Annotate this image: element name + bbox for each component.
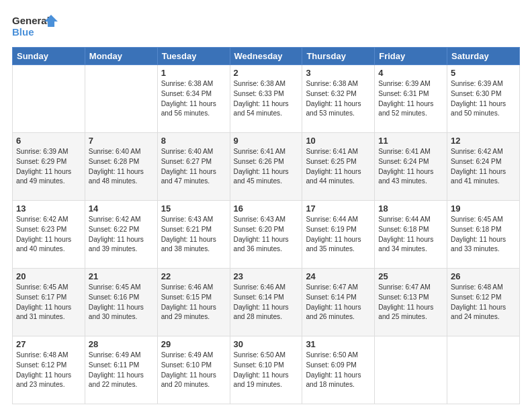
calendar-cell: 30Sunrise: 6:50 AM Sunset: 6:10 PM Dayli… bbox=[230, 336, 302, 404]
day-info: Sunrise: 6:45 AM Sunset: 6:16 PM Dayligh… bbox=[89, 283, 154, 322]
day-info: Sunrise: 6:47 AM Sunset: 6:14 PM Dayligh… bbox=[306, 283, 371, 322]
calendar-cell: 12Sunrise: 6:42 AM Sunset: 6:24 PM Dayli… bbox=[447, 133, 520, 201]
day-header-wednesday: Wednesday bbox=[230, 48, 302, 65]
day-header-friday: Friday bbox=[375, 48, 447, 65]
calendar-cell: 3Sunrise: 6:38 AM Sunset: 6:32 PM Daylig… bbox=[302, 65, 375, 133]
calendar-cell: 18Sunrise: 6:44 AM Sunset: 6:18 PM Dayli… bbox=[375, 201, 447, 269]
calendar-cell: 26Sunrise: 6:48 AM Sunset: 6:12 PM Dayli… bbox=[447, 269, 520, 336]
calendar-week-5: 27Sunrise: 6:48 AM Sunset: 6:12 PM Dayli… bbox=[13, 336, 520, 404]
day-info: Sunrise: 6:38 AM Sunset: 6:32 PM Dayligh… bbox=[306, 79, 371, 119]
day-header-saturday: Saturday bbox=[447, 48, 520, 65]
calendar-cell: 13Sunrise: 6:42 AM Sunset: 6:23 PM Dayli… bbox=[13, 201, 85, 269]
calendar-cell: 24Sunrise: 6:47 AM Sunset: 6:14 PM Dayli… bbox=[302, 269, 375, 336]
logo-svg: General Blue bbox=[12, 12, 59, 40]
calendar-cell: 1Sunrise: 6:38 AM Sunset: 6:34 PM Daylig… bbox=[157, 65, 230, 133]
calendar-cell: 25Sunrise: 6:47 AM Sunset: 6:13 PM Dayli… bbox=[375, 269, 447, 336]
day-number: 25 bbox=[378, 271, 443, 281]
day-info: Sunrise: 6:42 AM Sunset: 6:23 PM Dayligh… bbox=[16, 215, 81, 255]
day-number: 6 bbox=[16, 136, 81, 146]
calendar-cell: 23Sunrise: 6:46 AM Sunset: 6:14 PM Dayli… bbox=[230, 269, 302, 336]
calendar-cell bbox=[13, 65, 85, 133]
day-number: 13 bbox=[16, 203, 81, 214]
day-number: 28 bbox=[89, 339, 154, 349]
day-info: Sunrise: 6:40 AM Sunset: 6:28 PM Dayligh… bbox=[89, 147, 154, 187]
day-info: Sunrise: 6:41 AM Sunset: 6:24 PM Dayligh… bbox=[378, 147, 443, 187]
svg-text:Blue: Blue bbox=[12, 26, 34, 38]
day-info: Sunrise: 6:42 AM Sunset: 6:24 PM Dayligh… bbox=[451, 147, 516, 187]
day-info: Sunrise: 6:43 AM Sunset: 6:21 PM Dayligh… bbox=[161, 215, 226, 255]
day-info: Sunrise: 6:46 AM Sunset: 6:15 PM Dayligh… bbox=[161, 283, 226, 322]
header: General Blue bbox=[12, 12, 520, 40]
day-number: 18 bbox=[378, 203, 443, 214]
day-info: Sunrise: 6:41 AM Sunset: 6:25 PM Dayligh… bbox=[306, 147, 371, 187]
day-info: Sunrise: 6:45 AM Sunset: 6:18 PM Dayligh… bbox=[451, 215, 516, 255]
calendar-cell: 16Sunrise: 6:43 AM Sunset: 6:20 PM Dayli… bbox=[230, 201, 302, 269]
calendar-cell bbox=[375, 336, 447, 404]
day-number: 22 bbox=[161, 271, 226, 281]
day-number: 21 bbox=[89, 271, 154, 281]
day-number: 31 bbox=[306, 339, 371, 349]
calendar-cell bbox=[85, 65, 157, 133]
day-number: 2 bbox=[234, 68, 299, 78]
calendar-cell bbox=[447, 336, 520, 404]
calendar-cell: 17Sunrise: 6:44 AM Sunset: 6:19 PM Dayli… bbox=[302, 201, 375, 269]
day-number: 30 bbox=[234, 339, 299, 349]
day-info: Sunrise: 6:50 AM Sunset: 6:09 PM Dayligh… bbox=[306, 351, 371, 390]
day-number: 23 bbox=[234, 271, 299, 281]
day-number: 17 bbox=[306, 203, 371, 214]
day-number: 12 bbox=[451, 136, 516, 146]
day-number: 3 bbox=[306, 68, 371, 78]
day-number: 27 bbox=[16, 339, 81, 349]
calendar-table: SundayMondayTuesdayWednesdayThursdayFrid… bbox=[12, 47, 520, 404]
day-number: 8 bbox=[161, 136, 226, 146]
day-info: Sunrise: 6:49 AM Sunset: 6:10 PM Dayligh… bbox=[161, 351, 226, 390]
calendar-cell: 29Sunrise: 6:49 AM Sunset: 6:10 PM Dayli… bbox=[157, 336, 230, 404]
day-number: 16 bbox=[234, 203, 299, 214]
day-number: 20 bbox=[16, 271, 81, 281]
day-info: Sunrise: 6:41 AM Sunset: 6:26 PM Dayligh… bbox=[234, 147, 299, 187]
day-info: Sunrise: 6:50 AM Sunset: 6:10 PM Dayligh… bbox=[234, 351, 299, 390]
calendar-cell: 14Sunrise: 6:42 AM Sunset: 6:22 PM Dayli… bbox=[85, 201, 157, 269]
calendar-cell: 8Sunrise: 6:40 AM Sunset: 6:27 PM Daylig… bbox=[157, 133, 230, 201]
day-info: Sunrise: 6:48 AM Sunset: 6:12 PM Dayligh… bbox=[451, 283, 516, 322]
day-number: 9 bbox=[234, 136, 299, 146]
day-number: 29 bbox=[161, 339, 226, 349]
day-info: Sunrise: 6:47 AM Sunset: 6:13 PM Dayligh… bbox=[378, 283, 443, 322]
logo: General Blue bbox=[12, 12, 59, 40]
day-info: Sunrise: 6:45 AM Sunset: 6:17 PM Dayligh… bbox=[16, 283, 81, 322]
day-info: Sunrise: 6:38 AM Sunset: 6:34 PM Dayligh… bbox=[161, 79, 226, 119]
calendar-cell: 7Sunrise: 6:40 AM Sunset: 6:28 PM Daylig… bbox=[85, 133, 157, 201]
calendar-cell: 4Sunrise: 6:39 AM Sunset: 6:31 PM Daylig… bbox=[375, 65, 447, 133]
day-info: Sunrise: 6:39 AM Sunset: 6:29 PM Dayligh… bbox=[16, 147, 81, 187]
calendar-cell: 20Sunrise: 6:45 AM Sunset: 6:17 PM Dayli… bbox=[13, 269, 85, 336]
calendar-week-2: 6Sunrise: 6:39 AM Sunset: 6:29 PM Daylig… bbox=[13, 133, 520, 201]
calendar-cell: 22Sunrise: 6:46 AM Sunset: 6:15 PM Dayli… bbox=[157, 269, 230, 336]
calendar-cell: 27Sunrise: 6:48 AM Sunset: 6:12 PM Dayli… bbox=[13, 336, 85, 404]
calendar-cell: 15Sunrise: 6:43 AM Sunset: 6:21 PM Dayli… bbox=[157, 201, 230, 269]
svg-text:General: General bbox=[12, 15, 50, 26]
day-info: Sunrise: 6:49 AM Sunset: 6:11 PM Dayligh… bbox=[89, 351, 154, 390]
day-info: Sunrise: 6:42 AM Sunset: 6:22 PM Dayligh… bbox=[89, 215, 154, 255]
day-info: Sunrise: 6:48 AM Sunset: 6:12 PM Dayligh… bbox=[16, 351, 81, 390]
day-info: Sunrise: 6:46 AM Sunset: 6:14 PM Dayligh… bbox=[234, 283, 299, 322]
day-info: Sunrise: 6:44 AM Sunset: 6:18 PM Dayligh… bbox=[378, 215, 443, 255]
day-number: 24 bbox=[306, 271, 371, 281]
day-number: 11 bbox=[378, 136, 443, 146]
day-header-thursday: Thursday bbox=[302, 48, 375, 65]
day-number: 7 bbox=[89, 136, 154, 146]
calendar-cell: 28Sunrise: 6:49 AM Sunset: 6:11 PM Dayli… bbox=[85, 336, 157, 404]
calendar-cell: 21Sunrise: 6:45 AM Sunset: 6:16 PM Dayli… bbox=[85, 269, 157, 336]
calendar-cell: 10Sunrise: 6:41 AM Sunset: 6:25 PM Dayli… bbox=[302, 133, 375, 201]
day-number: 15 bbox=[161, 203, 226, 214]
calendar-cell: 19Sunrise: 6:45 AM Sunset: 6:18 PM Dayli… bbox=[447, 201, 520, 269]
calendar-cell: 6Sunrise: 6:39 AM Sunset: 6:29 PM Daylig… bbox=[13, 133, 85, 201]
day-header-monday: Monday bbox=[85, 48, 157, 65]
day-number: 19 bbox=[451, 203, 516, 214]
day-number: 26 bbox=[451, 271, 516, 281]
calendar-header-row: SundayMondayTuesdayWednesdayThursdayFrid… bbox=[13, 48, 520, 65]
calendar-week-1: 1Sunrise: 6:38 AM Sunset: 6:34 PM Daylig… bbox=[13, 65, 520, 133]
day-info: Sunrise: 6:39 AM Sunset: 6:30 PM Dayligh… bbox=[451, 79, 516, 119]
calendar-cell: 9Sunrise: 6:41 AM Sunset: 6:26 PM Daylig… bbox=[230, 133, 302, 201]
calendar-cell: 31Sunrise: 6:50 AM Sunset: 6:09 PM Dayli… bbox=[302, 336, 375, 404]
day-info: Sunrise: 6:39 AM Sunset: 6:31 PM Dayligh… bbox=[378, 79, 443, 119]
